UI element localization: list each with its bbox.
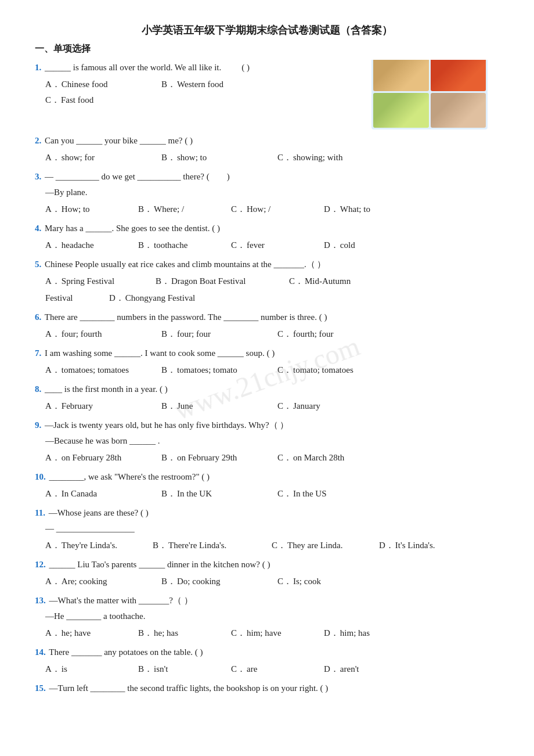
q14-opt-b: B．isn't xyxy=(138,661,225,677)
q3-opt-b: B．Where; / xyxy=(138,201,225,217)
q2-options: A．show; for B．show; to C．showing; with xyxy=(45,150,499,165)
q11-opt-a: A．They're Linda's. xyxy=(45,538,147,553)
q6-options: A．four; fourth B．four; four C．fourth; fo… xyxy=(45,326,499,342)
q3-options: A．How; to B．Where; / C．How; / D．What; to xyxy=(45,201,499,217)
q8-options: A．February B．June C．January xyxy=(45,398,499,414)
question-3: 3. — __________ do we get __________ the… xyxy=(35,169,499,217)
q13-text: —What's the matter with _______?（ ） xyxy=(49,596,193,605)
q6-opt-c: C．fourth; four xyxy=(277,326,382,342)
q4-opt-d: D．cold xyxy=(324,237,411,253)
page-title: 小学英语五年级下学期期末综合试卷测试题（含答案） xyxy=(35,23,499,37)
question-14: 14. There _______ any potatoes on the ta… xyxy=(35,645,499,677)
q14-text: There _______ any potatoes on the table.… xyxy=(49,647,203,657)
q11-sub: — __________________ xyxy=(45,521,499,537)
question-9: 9. —Jack is twenty years old, but he has… xyxy=(35,417,499,466)
question-1: Fast food 1. ______ is famous all over t… xyxy=(35,60,499,129)
q13-sub: —He ________ a toothache. xyxy=(45,609,499,624)
question-15: 15. —Turn left ________ the second traff… xyxy=(35,681,499,696)
q14-opt-a: A．is xyxy=(45,661,132,677)
food-img-1 xyxy=(373,60,429,91)
q1-options: A．Chinese food B．Western food C．Fast foo… xyxy=(45,77,371,108)
q2-opt-c: C．showing; with xyxy=(277,150,382,165)
q4-options: A．headache B．toothache C．fever D．cold xyxy=(45,237,499,253)
q5-options: A．Spring Festival B．Dragon Boat Festival… xyxy=(45,273,499,289)
food-img-2 xyxy=(431,60,486,91)
q1-num: 1. xyxy=(35,63,41,72)
q5-options-row2: Festival D．Chongyang Festival xyxy=(45,290,499,306)
q8-opt-c: C．January xyxy=(277,398,382,414)
q12-text: ______ Liu Tao's parents ______ dinner i… xyxy=(49,560,270,569)
q9-opt-c: C．on March 28th xyxy=(277,450,382,466)
q8-opt-b: B．June xyxy=(161,398,266,414)
q5-festival-label: Festival xyxy=(45,290,92,306)
q12-num: 12. xyxy=(35,560,46,569)
q2-opt-a: A．show; for xyxy=(45,150,150,165)
q10-text: ________, we ask "Where's the restroom?"… xyxy=(49,472,210,481)
question-2: 2. Can you ______ your bike ______ me? (… xyxy=(35,133,499,165)
q11-num: 11. xyxy=(35,508,45,517)
question-4: 4. Mary has a ______. She goes to see th… xyxy=(35,221,499,253)
q3-sub: —By plane. xyxy=(45,185,499,200)
q3-opt-d: D．What; to xyxy=(324,201,411,217)
q1-opt-c: C．Fast food xyxy=(45,92,150,108)
q4-opt-c: C．fever xyxy=(231,237,318,253)
q4-text: Mary has a ______. She goes to see the d… xyxy=(45,224,220,233)
q7-options: A．tomatoes; tomatoes B．tomatoes; tomato … xyxy=(45,362,499,378)
q10-opt-b: B．In the UK xyxy=(161,486,266,502)
q8-text: ____ is the first month in a year. ( ) xyxy=(45,384,168,394)
q3-opt-c: C．How; / xyxy=(231,201,318,217)
q2-num: 2. xyxy=(35,136,41,145)
question-6: 6. There are ________ numbers in the pas… xyxy=(35,309,499,342)
q11-opt-c: C．They are Linda. xyxy=(272,538,373,553)
question-11: 11. —Whose jeans are these? ( ) — ______… xyxy=(35,505,499,553)
q7-num: 7. xyxy=(35,348,41,358)
q3-num: 3. xyxy=(35,172,41,181)
q9-opt-a: A．on February 28th xyxy=(45,450,150,466)
question-13: 13. —What's the matter with _______?（ ） … xyxy=(35,593,499,641)
q7-text: I am washing some ______. I want to cook… xyxy=(45,348,275,358)
q1-opt-b: B．Western food xyxy=(161,77,266,92)
q9-text: —Jack is twenty years old, but he has on… xyxy=(45,420,288,430)
q5-opt-a: A．Spring Festival xyxy=(45,273,150,289)
food-image-grid xyxy=(371,60,488,129)
q11-options: A．They're Linda's. B．There're Linda's. C… xyxy=(45,538,499,553)
q15-num: 15. xyxy=(35,683,46,693)
food-images: Fast food xyxy=(371,60,488,129)
q12-opt-c: C．Is; cook xyxy=(277,574,382,589)
question-10: 10. ________, we ask "Where's the restro… xyxy=(35,469,499,502)
q13-opt-c: C．him; have xyxy=(231,625,318,641)
q5-opt-b: B．Dragon Boat Festival xyxy=(156,273,283,289)
q6-num: 6. xyxy=(35,312,41,322)
q14-opt-d: D．aren't xyxy=(324,661,411,677)
q4-num: 4. xyxy=(35,224,41,233)
q7-opt-c: C．tomato; tomatoes xyxy=(277,362,382,378)
q14-options: A．is B．isn't C．are D．aren't xyxy=(45,661,499,677)
q2-text: Can you ______ your bike ______ me? ( ) xyxy=(45,136,193,145)
q7-opt-a: A．tomatoes; tomatoes xyxy=(45,362,150,378)
food-img-3 xyxy=(373,93,429,128)
q10-num: 10. xyxy=(35,472,46,481)
q13-num: 13. xyxy=(35,596,46,605)
q9-opt-b: B．on February 29th xyxy=(161,450,266,466)
q5-opt-c: C．Mid-Autumn xyxy=(289,273,394,289)
q11-opt-b: B．There're Linda's. xyxy=(153,538,266,553)
q8-num: 8. xyxy=(35,384,41,394)
q13-opt-d: D．him; has xyxy=(324,625,411,641)
q14-num: 14. xyxy=(35,647,46,657)
q11-opt-d: D．It's Linda's. xyxy=(379,538,454,553)
question-7: 7. I am washing some ______. I want to c… xyxy=(35,345,499,378)
question-8: 8. ____ is the first month in a year. ( … xyxy=(35,381,499,414)
q4-opt-a: A．headache xyxy=(45,237,132,253)
q5-text: Chinese People usually eat rice cakes an… xyxy=(45,260,326,269)
q10-opt-c: C．In the US xyxy=(277,486,382,502)
fast-food-label: Fast food xyxy=(455,127,482,129)
q13-options: A．he; have B．he; has C．him; have D．him; … xyxy=(45,625,499,641)
q13-opt-b: B．he; has xyxy=(138,625,225,641)
q3-text: — __________ do we get __________ there?… xyxy=(45,172,230,181)
q6-opt-a: A．four; fourth xyxy=(45,326,150,342)
q5-opt-d: D．Chongyang Festival xyxy=(109,290,237,306)
q1-paren: ( ) xyxy=(241,60,250,75)
q4-opt-b: B．toothache xyxy=(138,237,225,253)
q6-text: There are ________ numbers in the passwo… xyxy=(45,312,327,322)
q10-options: A．In Canada B．In the UK C．In the US xyxy=(45,486,499,502)
